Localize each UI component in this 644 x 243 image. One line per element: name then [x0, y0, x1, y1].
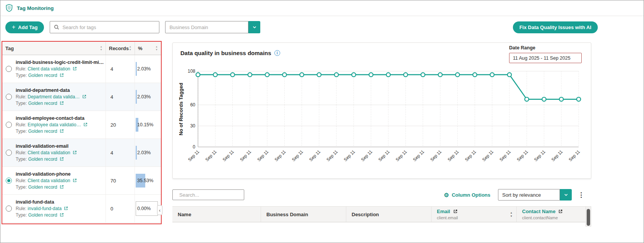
svg-text:Sep 11: Sep 11 — [291, 149, 304, 162]
scrollbar-thumb[interactable] — [587, 209, 590, 226]
column-header-records[interactable]: Records ▲▼ — [106, 42, 135, 55]
collapse-panel-handle[interactable]: ‹ — [157, 205, 162, 215]
more-options-icon[interactable]: ⋮ — [578, 192, 584, 198]
info-icon[interactable]: i — [274, 50, 280, 56]
tag-row[interactable]: invalid-validation-emailRule: Client dat… — [2, 139, 161, 167]
column-header-contact-name[interactable]: Contact Nameclient.contactName — [517, 207, 586, 222]
tag-row[interactable]: invalid-fund-dataRule: invalid-fund-data… — [2, 195, 161, 223]
rule-label: Rule: — [16, 94, 26, 99]
sort-icon[interactable]: ▲▼ — [129, 46, 131, 51]
tag-row[interactable]: invalid-business-logic-credit-limit-mis…… — [2, 55, 161, 83]
tag-name: invalid-validation-phone — [16, 171, 77, 177]
tag-radio[interactable] — [6, 178, 12, 184]
results-search-input[interactable] — [179, 192, 247, 198]
percent-cell: 10.15% — [135, 111, 161, 139]
external-link-icon — [83, 122, 88, 127]
svg-text:Sep 11: Sep 11 — [187, 149, 200, 162]
tag-radio[interactable] — [6, 122, 12, 128]
sort-input[interactable] — [498, 189, 560, 201]
tag-name: invalid-validation-email — [16, 144, 77, 149]
tag-radio[interactable] — [6, 94, 12, 100]
svg-text:30: 30 — [190, 123, 196, 129]
type-link[interactable]: Golden record — [28, 129, 64, 134]
type-label: Type: — [16, 101, 27, 106]
external-link-icon — [64, 206, 68, 210]
tag-row[interactable]: invalid-department-dataRule: Department … — [2, 83, 161, 111]
type-label: Type: — [16, 212, 27, 218]
rule-link[interactable]: Employee data validatio… — [28, 122, 88, 127]
type-link[interactable]: Golden record — [28, 157, 64, 162]
business-domain-input[interactable] — [165, 21, 248, 33]
percent-value: 10.15% — [137, 122, 153, 127]
business-domain-expand-button[interactable] — [248, 21, 260, 33]
rule-link[interactable]: Client data validation — [28, 66, 77, 72]
table-scrollbar[interactable] — [586, 206, 591, 227]
fix-ai-button[interactable]: Fix Data Quality Issues with AI — [513, 21, 598, 33]
sort-icon[interactable]: ▲▼ — [510, 212, 513, 217]
svg-text:Sep 11: Sep 11 — [464, 149, 477, 162]
sort-expand-button[interactable] — [560, 189, 572, 201]
app-header: Tag Monitoring — [0, 0, 644, 16]
rule-link[interactable]: Client data validation — [28, 178, 77, 183]
type-label: Type: — [16, 157, 27, 162]
svg-text:No of Records Tagged: No of Records Tagged — [178, 83, 184, 135]
rule-link[interactable]: Department data valida… — [28, 94, 86, 99]
external-link-icon — [60, 73, 64, 77]
tag-radio[interactable] — [6, 150, 12, 156]
rule-link[interactable]: invalid-fund-data — [28, 206, 68, 211]
column-header-name[interactable]: Name — [172, 207, 261, 222]
add-tag-button[interactable]: + Add Tag — [5, 21, 44, 33]
type-link[interactable]: Golden record — [28, 212, 64, 218]
svg-text:Sep 11: Sep 11 — [222, 149, 235, 162]
svg-text:0: 0 — [193, 144, 195, 150]
column-options-button[interactable]: ⚙ Column Options — [444, 192, 490, 198]
results-toolbar: ⚙ Column Options ⋮ — [172, 189, 591, 201]
percent-cell: 35.53% — [135, 167, 161, 194]
records-value: 4 — [106, 139, 135, 166]
column-header-business-domain[interactable]: Business Domain — [261, 207, 346, 222]
sort-icon[interactable]: ▲▼ — [156, 46, 158, 51]
tag-monitoring-page: Tag Monitoring + Add Tag Fix Data Qualit… — [0, 0, 644, 243]
external-link-icon — [73, 178, 77, 183]
rule-label: Rule: — [16, 122, 26, 127]
results-table-header: NameBusiness DomainDescriptionEmailclien… — [172, 206, 586, 222]
tag-name: invalid-business-logic-credit-limit-mis… — [16, 60, 105, 65]
rule-label: Rule: — [16, 178, 26, 183]
svg-text:Sep 11: Sep 11 — [343, 149, 356, 162]
svg-text:60: 60 — [190, 102, 196, 108]
type-link[interactable]: Golden record — [28, 184, 64, 190]
tag-name: invalid-fund-data — [16, 199, 68, 205]
svg-text:Sep 11: Sep 11 — [516, 149, 529, 162]
tag-name: invalid-employee-contact-data — [16, 116, 88, 121]
column-header-description[interactable]: Description — [346, 207, 431, 222]
rule-label: Rule: — [16, 150, 26, 155]
chart-card: Data quality in business domains i Date … — [172, 42, 591, 179]
tag-radio[interactable] — [6, 205, 12, 212]
percent-value: 2.03% — [137, 150, 151, 155]
column-label: Description — [352, 212, 379, 217]
column-header-email[interactable]: Emailclient.email▲▼ — [431, 207, 517, 222]
column-label: Tag — [5, 46, 14, 51]
svg-text:Sep 11: Sep 11 — [447, 149, 460, 162]
tag-row[interactable]: invalid-validation-phoneRule: Client dat… — [2, 167, 161, 195]
svg-text:Sep 11: Sep 11 — [274, 149, 287, 162]
records-value: 4 — [106, 55, 135, 83]
tag-search-input[interactable] — [62, 24, 155, 30]
svg-text:Sep 11: Sep 11 — [308, 149, 321, 162]
rule-link[interactable]: Client data validation — [28, 150, 77, 155]
type-link[interactable]: Golden record — [28, 101, 64, 106]
tag-cell: invalid-validation-phoneRule: Client dat… — [2, 167, 106, 194]
tag-row[interactable]: invalid-employee-contact-dataRule: Emplo… — [2, 111, 161, 139]
date-range-input[interactable]: 11 Aug 2025 - 11 Sep 2025 — [509, 53, 582, 63]
records-value: 4 — [106, 83, 135, 111]
external-link-icon — [60, 157, 64, 161]
svg-text:Sep 11: Sep 11 — [430, 149, 443, 162]
type-link[interactable]: Golden record — [28, 73, 64, 78]
column-header-tag[interactable]: Tag ▲▼ — [2, 42, 106, 55]
tag-name: invalid-department-data — [16, 88, 86, 93]
search-icon — [54, 24, 59, 30]
percent-bar — [136, 62, 137, 76]
sort-icon[interactable]: ▲▼ — [100, 46, 102, 51]
column-header-percent[interactable]: % ▲▼ — [135, 42, 161, 55]
tag-radio[interactable] — [6, 66, 12, 72]
